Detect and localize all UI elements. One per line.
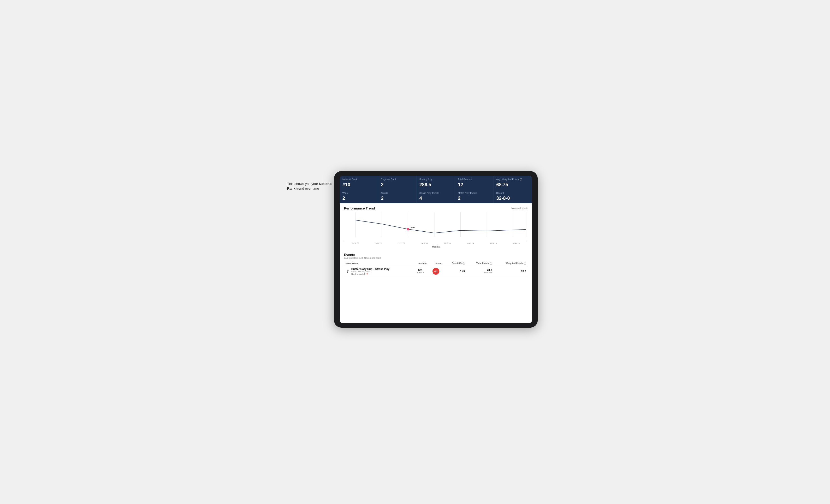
col-event-sg: Event SG i: [443, 261, 467, 266]
chart-subtitle: National Rank: [511, 207, 528, 210]
stat-top3s-label: Top 3s: [381, 192, 414, 195]
events-table-header-row: Event Name Position Score Event SG i Tot…: [344, 261, 528, 266]
x-label-jan24: JAN 24: [413, 242, 436, 244]
x-axis-labels: OCT 23 NOV 23 DEC 23 JAN 24 FEB 24 MAR 2…: [344, 241, 528, 245]
weighted-points-info-icon: i: [524, 262, 526, 265]
stat-stroke-play-value: 4: [419, 196, 452, 201]
avg-weighted-info-icon: i: [520, 178, 522, 180]
stat-national-rank-value: #10: [343, 182, 375, 188]
svg-text:#10: #10: [411, 227, 414, 229]
event-sg-cell: 0.45: [443, 266, 467, 277]
stat-wins-label: Wins: [343, 192, 375, 195]
x-label-may24: MAY 24: [505, 242, 528, 244]
stats-row1: National Rank #10 Regional Rank 2 Scorin…: [340, 176, 532, 190]
event-name-cell: Buster Cozy Cup – Stroke Play Oct 9 - Oc…: [344, 266, 412, 277]
tablet-screen: National Rank #10 Regional Rank 2 Scorin…: [340, 176, 532, 323]
chart-wrapper: #10: [344, 212, 528, 241]
stat-total-rounds-label: Total Rounds: [458, 178, 491, 181]
event-sg-info-icon: i: [462, 262, 465, 265]
event-position: 6th: [418, 269, 422, 272]
stat-regional-rank-value: 2: [381, 182, 414, 188]
col-total-points: Total Points i: [467, 261, 493, 266]
annotation-text: This shows you your National Rank trend …: [287, 181, 339, 191]
event-weighted-points-cell: 28.3: [493, 266, 528, 277]
stat-scoring-avg-value: 286.5: [419, 182, 452, 188]
stat-regional-rank: Regional Rank 2: [378, 176, 416, 190]
x-label-nov23: NOV 23: [367, 242, 390, 244]
event-score-badge: -22: [433, 268, 439, 275]
events-section: Events Last updated: 24th November 2023 …: [340, 250, 532, 323]
annotation-before: This shows you your: [287, 182, 319, 186]
events-table: Event Name Position Score Event SG i Tot…: [344, 261, 528, 277]
tablet: National Rank #10 Regional Rank 2 Scorin…: [334, 171, 538, 328]
event-total-points-cell: 28.3 3 Rounds: [467, 266, 493, 277]
svg-point-10: [407, 228, 409, 231]
events-last-updated: Last updated: 24th November 2023: [344, 257, 528, 259]
rank-impact-down-icon: ▼: [366, 273, 368, 275]
stat-top3s-value: 2: [381, 196, 414, 201]
events-table-body: Buster Cozy Cup – Stroke Play Oct 9 - Oc…: [344, 266, 528, 277]
stat-total-rounds-value: 12: [458, 182, 491, 188]
stat-match-play-label: Match Play Events: [458, 192, 491, 195]
stat-avg-weighted-value: 68.75: [497, 182, 529, 188]
stat-record-label: Record: [497, 192, 529, 195]
golf-icon: [346, 269, 350, 273]
x-label-mar24: MAR 24: [459, 242, 482, 244]
col-score: Score: [429, 261, 443, 266]
event-position-sub: out of 7: [413, 272, 427, 274]
stat-top3s: Top 3s 2: [378, 190, 416, 203]
chart-section: Performance Trend National Rank: [340, 203, 532, 250]
col-weighted-points: Weighted Points i: [493, 261, 528, 266]
x-label-apr24: APR 24: [482, 242, 505, 244]
svg-marker-14: [348, 270, 349, 271]
col-event-name: Event Name: [344, 261, 412, 266]
event-score-cell: -22: [429, 266, 443, 277]
total-points-info-icon: i: [490, 262, 492, 265]
col-position: Position: [412, 261, 429, 266]
event-total-points-sub: 3 Rounds: [468, 272, 492, 274]
event-name: Buster Cozy Cup – Stroke Play: [351, 268, 389, 271]
stat-record: Record 32-8-0: [494, 190, 532, 203]
chart-svg: #10: [344, 212, 528, 241]
stat-wins: Wins 2: [340, 190, 378, 203]
stat-avg-weighted-label: Avg. Weighted Points i: [497, 178, 529, 181]
rank-impact-label: Rank Impact: 3: [351, 273, 365, 275]
stat-stroke-play: Stroke Play Events 4: [417, 190, 455, 203]
table-row: Buster Cozy Cup – Stroke Play Oct 9 - Oc…: [344, 266, 528, 277]
event-position-cell: 6th out of 7: [412, 266, 429, 277]
x-label-oct23: OCT 23: [344, 242, 367, 244]
stat-national-rank-label: National Rank: [343, 178, 375, 181]
stat-avg-weighted: Avg. Weighted Points i 68.75: [494, 176, 532, 190]
stat-total-rounds: Total Rounds 12: [455, 176, 493, 190]
events-table-head: Event Name Position Score Event SG i Tot…: [344, 261, 528, 266]
stat-stroke-play-label: Stroke Play Events: [419, 192, 452, 195]
scene: This shows you your National Rank trend …: [287, 171, 543, 333]
stat-record-value: 32-8-0: [497, 196, 529, 201]
stats-row2: Wins 2 Top 3s 2 Stroke Play Events 4 Mat…: [340, 190, 532, 203]
stat-scoring-avg-label: Scoring Avg.: [419, 178, 452, 181]
annotation-after: trend over time: [295, 187, 319, 191]
x-axis-title: Months: [344, 245, 528, 248]
svg-point-12: [347, 272, 348, 273]
x-label-feb24: FEB 24: [436, 242, 459, 244]
event-date: Oct 9 - Oct 10, 2023: [351, 271, 389, 273]
chart-header: Performance Trend National Rank: [344, 206, 528, 210]
stat-regional-rank-label: Regional Rank: [381, 178, 414, 181]
rank-impact-row: Rank Impact: 3 ▼: [351, 273, 389, 275]
stat-match-play-value: 2: [458, 196, 491, 201]
stat-wins-value: 2: [343, 196, 375, 201]
x-label-dec23: DEC 23: [390, 242, 413, 244]
stat-scoring-avg: Scoring Avg. 286.5: [417, 176, 455, 190]
events-title: Events: [344, 253, 528, 257]
stat-national-rank: National Rank #10: [340, 176, 378, 190]
stat-match-play: Match Play Events 2: [455, 190, 493, 203]
chart-title: Performance Trend: [344, 206, 375, 210]
